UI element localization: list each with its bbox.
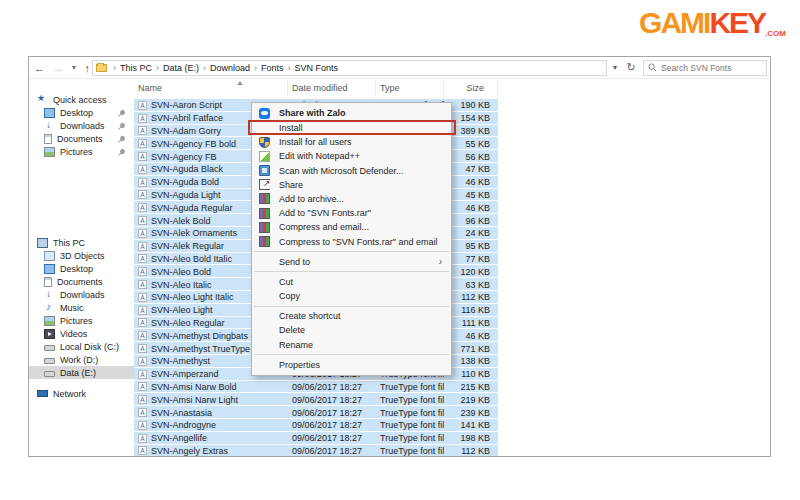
breadcrumb-separator-icon: › <box>113 63 116 73</box>
menu-separator <box>254 271 449 272</box>
breadcrumb-item-svn-fonts[interactable]: SVN Fonts <box>295 63 339 73</box>
menu-item-cut[interactable]: Cut <box>252 275 451 289</box>
sidebar-item-work-d[interactable]: Work (D:) <box>29 353 134 366</box>
menu-item-label: Delete <box>279 325 305 335</box>
menu-item-label: Send to <box>279 257 310 267</box>
recent-locations-chevron-icon[interactable]: ▼ <box>70 64 77 71</box>
file-name-text: SVN-Alek Regular <box>151 241 224 251</box>
sidebar-item-this-pc[interactable]: This PC <box>29 236 134 249</box>
file-size-cell: 46 KB <box>444 203 498 213</box>
menu-item-add-to-archive[interactable]: Add to archive... <box>252 192 451 206</box>
sidebar-item-3d-objects[interactable]: 3D Objects <box>29 249 134 262</box>
font-file-icon <box>138 408 147 417</box>
file-name-text: SVN-Alek Bold <box>151 216 211 226</box>
file-name-text: SVN-Abril Fatface <box>151 113 223 123</box>
menu-item-compress-and-email[interactable]: Compress and email... <box>252 220 451 234</box>
menu-item-compress-to-svn-fonts-rar-and-email[interactable]: Compress to "SVN Fonts.rar" and email <box>252 235 451 249</box>
sidebar-item-label: Desktop <box>60 108 93 118</box>
file-row-svn-androgyne[interactable]: SVN-Androgyne09/06/2017 18:27TrueType fo… <box>134 419 498 432</box>
drive-icon <box>44 345 55 351</box>
file-type-cell: TrueType font file <box>376 446 444 456</box>
menu-item-scan-with-microsoft-defender[interactable]: Scan with Microsoft Defender... <box>252 164 451 178</box>
file-size-cell: 24 KB <box>444 228 498 238</box>
sidebar-item-network[interactable]: Network <box>29 387 134 400</box>
file-row-svn-amsi-narw-bold[interactable]: SVN-Amsi Narw Bold09/06/2017 18:27TrueTy… <box>134 381 498 394</box>
menu-item-edit-with-notepad[interactable]: Edit with Notepad++ <box>252 149 451 163</box>
sidebar-item-quick-access[interactable]: Quick access <box>29 93 134 106</box>
sidebar-item-desktop[interactable]: Desktop <box>29 106 134 119</box>
file-size-cell: 47 KB <box>444 164 498 174</box>
sidebar-item-data-e[interactable]: Data (E:) <box>29 366 134 379</box>
file-row-svn-anastasia[interactable]: SVN-Anastasia09/06/2017 18:27TrueType fo… <box>134 406 498 419</box>
refresh-icon[interactable]: ↻ <box>623 61 639 74</box>
font-file-icon <box>138 229 147 238</box>
menu-item-delete[interactable]: Delete <box>252 323 451 337</box>
file-name-cell: SVN-Amsi Narw Light <box>134 395 288 405</box>
column-header-name[interactable]: Name <box>134 79 288 97</box>
search-input[interactable] <box>661 63 762 73</box>
address-bar[interactable]: ›This PC›Data (E:)›Download›Fonts›SVN Fo… <box>92 60 607 76</box>
menu-item-send-to[interactable]: Send to› <box>252 255 451 269</box>
menu-item-share-with-zalo[interactable]: Share with Zalo <box>252 106 451 121</box>
file-size-cell: 55 KB <box>444 139 498 149</box>
file-name-text: SVN-Aaron Script <box>151 100 222 110</box>
column-header-size[interactable]: Size <box>444 79 498 97</box>
file-size-cell: 141 KB <box>444 420 498 430</box>
file-row-svn-angely-extras[interactable]: SVN-Angely Extras09/06/2017 18:27TrueTyp… <box>134 445 498 456</box>
sidebar-item-local-disk-c[interactable]: Local Disk (C:) <box>29 340 134 353</box>
sidebar-item-label: Documents <box>57 277 103 287</box>
search-icon <box>648 63 657 72</box>
menu-item-create-shortcut[interactable]: Create shortcut <box>252 309 451 323</box>
pictures-icon <box>44 316 55 326</box>
column-header-date-modified[interactable]: Date modified <box>288 79 376 97</box>
menu-item-label: Compress and email... <box>279 222 369 232</box>
menu-item-rename[interactable]: Rename <box>252 338 451 352</box>
sidebar-item-label: 3D Objects <box>60 251 105 261</box>
pin-icon <box>119 148 126 155</box>
menu-item-label: Edit with Notepad++ <box>279 151 360 161</box>
font-file-icon <box>138 280 147 289</box>
sidebar-item-videos[interactable]: Videos <box>29 327 134 340</box>
sidebar-item-downloads[interactable]: Downloads <box>29 119 134 132</box>
breadcrumb-item-this-pc[interactable]: This PC <box>120 63 152 73</box>
column-header-type[interactable]: Type <box>376 79 444 97</box>
breadcrumb-item-data-e[interactable]: Data (E:) <box>163 63 199 73</box>
menu-item-add-to-svn-fonts-rar[interactable]: Add to "SVN Fonts.rar" <box>252 206 451 220</box>
address-dropdown-icon[interactable]: ▼ <box>607 64 623 71</box>
back-icon[interactable]: ← <box>34 62 45 74</box>
file-type-cell: TrueType font file <box>376 408 444 418</box>
font-file-icon <box>138 446 147 455</box>
sidebar-item-documents[interactable]: Documents <box>29 275 134 288</box>
file-size-cell: 46 KB <box>444 331 498 341</box>
menu-item-install[interactable]: Install <box>252 121 451 135</box>
sidebar-item-documents[interactable]: Documents <box>29 132 134 145</box>
font-file-icon <box>138 306 147 315</box>
sidebar-item-downloads[interactable]: Downloads <box>29 288 134 301</box>
file-date-cell: 09/06/2017 18:27 <box>288 420 376 430</box>
file-name-text: SVN-Angely Extras <box>151 446 228 456</box>
font-file-icon <box>138 242 147 251</box>
gamikey-logo: GAMIKEY.COM <box>639 8 786 38</box>
sidebar-item-desktop[interactable]: Desktop <box>29 262 134 275</box>
explorer-toolbar: ← → ▼ ↑ ›This PC›Data (E:)›Download›Font… <box>29 57 770 79</box>
menu-item-share[interactable]: Share <box>252 178 451 192</box>
menu-item-install-for-all-users[interactable]: Install for all users <box>252 135 451 149</box>
menu-item-properties[interactable]: Properties <box>252 358 451 372</box>
pin-icon <box>119 135 126 142</box>
uac-shield-icon <box>259 137 270 148</box>
sidebar-item-music[interactable]: Music <box>29 301 134 314</box>
file-row-svn-angellife[interactable]: SVN-Angellife09/06/2017 18:27TrueType fo… <box>134 432 498 445</box>
sidebar-item-pictures[interactable]: Pictures <box>29 314 134 327</box>
sidebar-item-label: Videos <box>60 329 87 339</box>
breadcrumb-item-fonts[interactable]: Fonts <box>261 63 284 73</box>
menu-item-label: Create shortcut <box>279 311 341 321</box>
forward-icon[interactable]: → <box>52 62 63 74</box>
up-icon[interactable]: ↑ <box>85 62 91 74</box>
file-size-cell: 95 KB <box>444 241 498 251</box>
breadcrumb-item-download[interactable]: Download <box>210 63 250 73</box>
sidebar-item-pictures[interactable]: Pictures <box>29 145 134 158</box>
menu-item-copy[interactable]: Copy <box>252 289 451 303</box>
file-name-text: SVN-Agency FB <box>151 152 217 162</box>
font-file-icon <box>138 152 147 161</box>
file-row-svn-amsi-narw-light[interactable]: SVN-Amsi Narw Light09/06/2017 18:27TrueT… <box>134 393 498 406</box>
